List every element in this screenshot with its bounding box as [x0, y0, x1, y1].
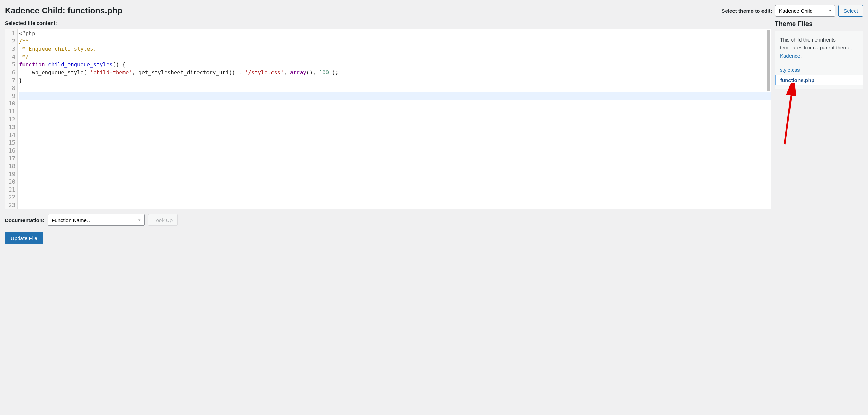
line-number: 3	[7, 45, 15, 53]
page-title: Kadence Child: functions.php	[5, 6, 122, 16]
code-line[interactable]: <?php	[19, 30, 771, 38]
file-item: functions.php	[775, 75, 863, 85]
parent-theme-link[interactable]: Kadence	[780, 53, 800, 59]
line-gutter: 1234567891011121314151617181920212223	[5, 29, 18, 209]
code-line[interactable]: /**	[19, 38, 771, 46]
line-number: 8	[7, 84, 15, 92]
theme-select-group: Select theme to edit: Kadence Child Sele…	[722, 5, 863, 17]
code-line[interactable]	[19, 178, 771, 186]
code-line[interactable]	[19, 116, 771, 124]
code-line[interactable]	[19, 202, 771, 209]
theme-files-panel: This child theme inherits templates from…	[775, 31, 863, 89]
line-number: 2	[7, 38, 15, 46]
line-number: 17	[7, 155, 15, 163]
line-number: 11	[7, 108, 15, 116]
code-line[interactable]	[19, 131, 771, 139]
documentation-label: Documentation:	[5, 217, 44, 223]
code-line[interactable]	[19, 108, 771, 116]
code-content[interactable]: <?php/** * Enqueue child styles. */funct…	[18, 29, 771, 209]
line-number: 23	[7, 202, 15, 209]
scrollbar-thumb[interactable]	[767, 30, 770, 91]
file-item: style.css	[775, 65, 863, 75]
line-number: 12	[7, 116, 15, 124]
annotation-arrow-icon	[781, 83, 796, 145]
code-line[interactable]	[19, 186, 771, 194]
line-number: 18	[7, 163, 15, 170]
code-line[interactable]: }	[19, 77, 771, 85]
line-number: 13	[7, 123, 15, 131]
code-line[interactable]: function child_enqueue_styles() {	[19, 61, 771, 69]
documentation-select[interactable]: Function Name…	[48, 214, 145, 226]
theme-select[interactable]: Kadence Child	[775, 5, 835, 17]
theme-files-heading: Theme Files	[775, 20, 863, 28]
line-number: 10	[7, 100, 15, 108]
code-line[interactable]	[19, 147, 771, 155]
note-text: This child theme inherits templates from…	[780, 37, 852, 50]
line-number: 5	[7, 61, 15, 69]
select-button[interactable]: Select	[838, 5, 863, 17]
code-editor[interactable]: 1234567891011121314151617181920212223 <?…	[5, 29, 771, 209]
code-line[interactable]	[19, 139, 771, 147]
line-number: 4	[7, 53, 15, 61]
file-list: style.cssfunctions.php	[775, 65, 863, 89]
code-line[interactable]: * Enqueue child styles.	[19, 45, 771, 53]
line-number: 21	[7, 186, 15, 194]
line-number: 14	[7, 131, 15, 139]
code-line[interactable]	[19, 163, 771, 170]
line-number: 22	[7, 194, 15, 202]
code-line[interactable]	[19, 123, 771, 131]
line-number: 7	[7, 77, 15, 85]
line-number: 19	[7, 170, 15, 178]
file-link[interactable]: functions.php	[775, 75, 863, 85]
code-line[interactable]	[19, 194, 771, 202]
update-file-button[interactable]: Update File	[5, 232, 43, 244]
line-number: 6	[7, 69, 15, 77]
file-link[interactable]: style.css	[775, 65, 863, 75]
code-line[interactable]: */	[19, 53, 771, 61]
code-line[interactable]	[19, 84, 771, 92]
note-suffix: .	[800, 53, 802, 59]
line-number: 16	[7, 147, 15, 155]
line-number: 15	[7, 139, 15, 147]
code-line[interactable]	[19, 92, 771, 100]
line-number: 20	[7, 178, 15, 186]
lookup-button[interactable]: Look Up	[148, 214, 178, 226]
line-number: 9	[7, 92, 15, 100]
selected-file-label: Selected file content:	[5, 20, 771, 26]
theme-select-label: Select theme to edit:	[722, 8, 773, 14]
svg-line-0	[785, 85, 793, 144]
code-line[interactable]	[19, 170, 771, 178]
code-line[interactable]: wp_enqueue_style( 'child-theme', get_sty…	[19, 69, 771, 77]
code-line[interactable]	[19, 100, 771, 108]
line-number: 1	[7, 30, 15, 38]
theme-files-note: This child theme inherits templates from…	[775, 31, 863, 65]
code-line[interactable]	[19, 155, 771, 163]
